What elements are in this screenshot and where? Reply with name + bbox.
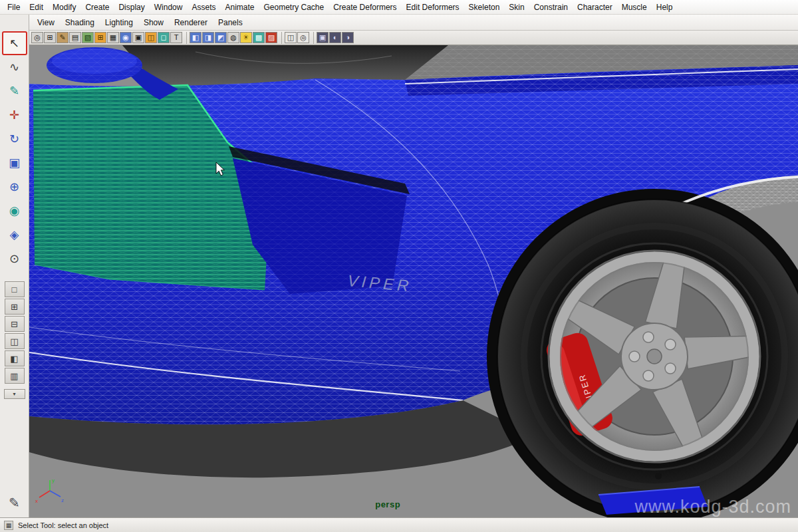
layout-shortcuts: □ ⊞ ⊟ ◫ ◧ ▥ xyxy=(5,281,25,384)
layout-dropdown[interactable]: ▾ xyxy=(4,389,25,399)
textured-cube-icon[interactable]: ◩ xyxy=(215,32,227,43)
universal-manipulator-tool[interactable]: ⊕ xyxy=(2,175,27,199)
stacked-pane-layout-button[interactable]: ⊟ xyxy=(5,316,25,332)
center-cap xyxy=(647,349,662,364)
menu-display[interactable]: Display xyxy=(114,1,149,13)
panel-menu-shading[interactable]: Shading xyxy=(60,17,100,29)
toolbar-separator xyxy=(279,32,282,44)
lug-nut xyxy=(665,339,676,350)
film-gate-icon[interactable]: ▦ xyxy=(107,32,119,43)
toolbox-bottom-icon: ✎ xyxy=(9,495,20,511)
scale-tool[interactable]: ▣ xyxy=(2,151,27,175)
help-line-text: Select Tool: select an object xyxy=(18,521,108,529)
panel-menu-show[interactable]: Show xyxy=(138,17,169,29)
lug-nut xyxy=(665,363,676,374)
resolution-gate-icon[interactable]: ◉ xyxy=(120,32,132,43)
bookmark-icon[interactable]: ▤ xyxy=(69,32,81,43)
menu-help[interactable]: Help xyxy=(652,1,678,13)
show-manipulator-tool[interactable]: ◈ xyxy=(2,223,27,247)
field-chart-icon[interactable]: ◫ xyxy=(145,32,157,43)
pan-zoom-icon[interactable]: ⊞ xyxy=(44,32,56,43)
camera-name-label: persp xyxy=(375,499,400,509)
menu-edit-deformers[interactable]: Edit Deformers xyxy=(402,1,464,13)
menu-edit[interactable]: Edit xyxy=(25,1,48,13)
four-pane-layout-button[interactable]: ⊞ xyxy=(5,299,25,315)
panel-menu-view[interactable]: View xyxy=(32,17,60,29)
isolate-select-icon[interactable]: ▣ xyxy=(317,32,329,43)
outliner-layout-button[interactable]: ▥ xyxy=(5,368,25,384)
exposure-icon[interactable]: ◐ xyxy=(329,32,341,43)
lasso-select-tool[interactable]: ∿ xyxy=(2,55,27,79)
toolbar-separator xyxy=(184,32,187,44)
lug-nut xyxy=(643,332,654,342)
menu-assets[interactable]: Assets xyxy=(187,1,220,13)
gamma-icon[interactable]: ◑ xyxy=(342,32,354,43)
menu-animate[interactable]: Animate xyxy=(220,1,259,13)
camera-cube-icon[interactable]: ◧ xyxy=(190,32,201,43)
side-by-side-layout-button[interactable]: ◫ xyxy=(5,333,25,349)
grease-pencil-icon[interactable]: ✎ xyxy=(57,32,68,43)
lug-nut xyxy=(643,370,654,381)
axis-x-label: x xyxy=(35,498,38,504)
safe-title-icon[interactable]: T xyxy=(170,32,182,43)
gate-mask-icon[interactable]: ▣ xyxy=(132,32,144,43)
single-pane-layout-button[interactable]: □ xyxy=(5,281,25,297)
paint-select-tool[interactable]: ✎ xyxy=(2,79,27,103)
move-tool[interactable]: ✛ xyxy=(2,103,27,127)
panel-menu-panels[interactable]: Panels xyxy=(213,17,248,29)
panel-menu-lighting[interactable]: Lighting xyxy=(100,17,138,29)
menu-geometry-cache[interactable]: Geometry Cache xyxy=(259,1,329,13)
xray-icon[interactable]: ◎ xyxy=(297,32,309,43)
help-line: ▦ Select Tool: select an object xyxy=(0,517,798,532)
menu-muscle[interactable]: Muscle xyxy=(617,1,652,13)
menu-file[interactable]: File xyxy=(3,1,25,13)
select-tool[interactable]: ↖ xyxy=(2,31,27,55)
menu-character[interactable]: Character xyxy=(573,1,617,13)
soft-mod-tool[interactable]: ◉ xyxy=(2,199,27,223)
menu-modify[interactable]: Modify xyxy=(48,1,80,13)
axis-z-label: z xyxy=(61,497,64,503)
main-menubar: File Edit Modify Create Display Window A… xyxy=(0,0,798,15)
rotate-tool[interactable]: ↻ xyxy=(2,127,27,151)
grid-icon[interactable]: ⊞ xyxy=(94,32,106,43)
panel-menubar: View Shading Lighting Show Renderer Pane… xyxy=(29,15,798,31)
menu-create-deformers[interactable]: Create Deformers xyxy=(329,1,401,13)
panel-menu-renderer[interactable]: Renderer xyxy=(169,17,213,29)
image-plane-icon[interactable]: ▧ xyxy=(82,32,94,43)
shadows-icon[interactable]: ▩ xyxy=(253,32,265,43)
help-line-icon: ▦ xyxy=(4,521,13,530)
menu-window[interactable]: Window xyxy=(150,1,188,13)
menu-create[interactable]: Create xyxy=(80,1,114,13)
panel-icon-toolbar: ◎ ⊞ ✎ ▤ ▧ ⊞ ▦ ◉ ▣ ◫ ◻ T ◧ ◨ ◩ ◍ ☀ ▩ ▨ ◫ … xyxy=(29,31,798,45)
watermark-text: www.kodg-3d.com xyxy=(634,497,791,517)
scene-render: VIPER VIP xyxy=(29,45,798,517)
shaded-cube-icon[interactable]: ◨ xyxy=(202,32,214,43)
select-camera-icon[interactable]: ◎ xyxy=(31,32,43,43)
wireframe-on-shaded-icon[interactable]: ◫ xyxy=(285,32,297,43)
current-tool[interactable]: ⊙ xyxy=(2,247,27,271)
menu-constrain[interactable]: Constrain xyxy=(529,1,573,13)
lug-nut xyxy=(629,351,640,362)
front-wheel[interactable]: VIPER xyxy=(497,200,798,513)
toolbar-separator xyxy=(311,32,314,44)
safe-action-icon[interactable]: ◻ xyxy=(158,32,170,43)
menu-skeleton[interactable]: Skeleton xyxy=(464,1,505,13)
lighting-icon[interactable]: ☀ xyxy=(240,32,252,43)
default-material-icon[interactable]: ◍ xyxy=(227,32,239,43)
menu-skin[interactable]: Skin xyxy=(504,1,529,13)
perspective-viewport[interactable]: VIPER VIP xyxy=(29,45,798,517)
three-pane-layout-button[interactable]: ◧ xyxy=(5,350,25,366)
axis-indicator: y x z xyxy=(35,476,66,504)
toolbox-panel: ↖ ∿ ✎ ✛ ↻ ▣ ⊕ ◉ ◈ ⊙ □ ⊞ ⊟ ◫ ◧ ▥ ▾ ✎ xyxy=(0,15,29,517)
axis-y-label: y xyxy=(52,477,55,483)
textured-mode-icon[interactable]: ▨ xyxy=(265,32,277,43)
